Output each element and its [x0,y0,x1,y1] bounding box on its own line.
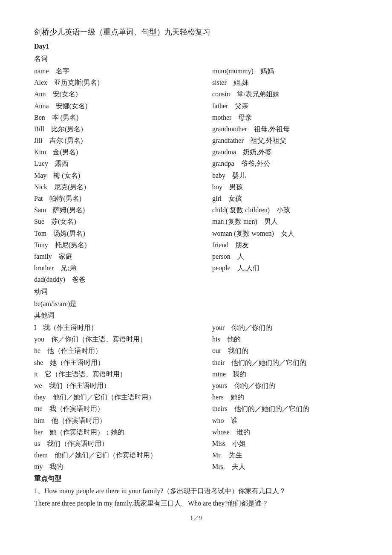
vocab-item: Anna 安娜(女名) [34,100,212,112]
vocab-item: mum(mummy) 妈妈 [212,65,358,77]
vocab-item: friend 朋友 [212,239,358,251]
pronoun-item: Mrs. 夫人 [212,461,358,472]
sentence-item: There are three people in my family.我家里有… [34,497,358,509]
pronoun-item: whose 谁的 [212,426,358,438]
vocab-item: dad(daddy) 爸爸 [34,274,212,285]
vocab-item: Lucy 露西 [34,158,212,169]
pronoun-item: Mr. 先生 [212,449,358,461]
vocab-item: Ann 安(女名) [34,88,212,100]
pronoun-item: who 谁 [212,415,358,426]
pronoun-item: theirs 他们的／她们的／它们的 [212,403,358,414]
vocab-item: grandfather 祖父,外祖父 [212,135,358,146]
pronoun-item: him 他（作宾语时用） [34,415,212,426]
vocab-item: grandma 奶奶,外婆 [212,146,358,158]
vocab-item: Alex 亚历克斯(男名) [34,77,212,88]
vocab-item: grandpa 爷爷,外公 [212,158,358,169]
pronoun-item: yours 你的／你们的 [212,380,358,391]
vocab-item: Sam 萨姆(男名) [34,204,212,216]
vocab-left: name 名字Alex 亚历克斯(男名)Ann 安(女名)Anna 安娜(女名)… [34,65,212,286]
vocab-item: Bill 比尔(男名) [34,123,212,135]
vocab-item: family 家庭 [34,251,212,262]
pronoun-item: it 它（作主语语、宾语时用） [34,368,212,380]
vocab-item: girl 女孩 [212,193,358,204]
vocab-item: Sue 苏(女名) [34,216,212,227]
vocab-item: Kim 金(男名) [34,146,212,158]
pronouns-left: I 我（作主语时用）you 你／你们（你主语、宾语时用）he 他（作主语时用）s… [34,322,212,472]
sentences: 1、How many people are there in your fami… [34,485,358,509]
pronoun-item: her 她（作宾语时用）；她的 [34,426,212,438]
pronoun-item: them 他们／她们／它们（作宾语时用） [34,449,212,461]
pronoun-item: we 我们（作主语时用） [34,380,212,391]
vocab-item: mother 母亲 [212,112,358,123]
vocab-item: people 人,人们 [212,262,358,274]
vocab-item: name 名字 [34,65,212,77]
pronoun-item: mine 我的 [212,368,358,380]
vocab-item: baby 婴儿 [212,170,358,181]
pronoun-item: us 我们（作宾语时用） [34,438,212,449]
vocab-right: mum(mummy) 妈妈sister 姐,妹cousin 堂/表兄弟姐妹fat… [212,65,358,286]
vocab-item: brother 兄;弟 [34,262,212,274]
vocab-section: name 名字Alex 亚历克斯(男名)Ann 安(女名)Anna 安娜(女名)… [34,65,358,286]
section-sentences: 重点句型 [34,473,358,484]
vocab-item: father 父亲 [212,100,358,112]
pronoun-item: their 他们的／她们的／它们的 [212,357,358,368]
day-label: Day1 [34,40,358,52]
page-number: 1／9 [34,513,358,523]
pronoun-item: hers 她的 [212,391,358,403]
pronoun-item: Miss 小姐 [212,438,358,449]
pronoun-item: you 你／你们（你主语、宾语时用） [34,333,212,345]
vocab-item: Tony 托尼(男名) [34,239,212,251]
vocab-item: sister 姐,妹 [212,77,358,88]
pronoun-item: my 我的 [34,461,212,472]
pronoun-item: me 我（作宾语时用） [34,403,212,414]
pronoun-section: I 我（作主语时用）you 你／你们（你主语、宾语时用）he 他（作主语时用）s… [34,322,358,472]
page-title: 剑桥少儿英语一级（重点单词、句型）九天轻松复习 [34,26,358,39]
section-nouns: 名词 [34,53,358,64]
pronoun-item: our 我们的 [212,345,358,356]
pronoun-item: I 我（作主语时用） [34,322,212,333]
pronoun-item: he 他（作主语时用） [34,345,212,356]
vocab-item: person 人 [212,251,358,262]
vocab-item: child( 复数 children) 小孩 [212,204,358,216]
pronouns-right: your 你的／你们的his 他的our 我们的their 他们的／她们的／它们… [212,322,358,472]
vocab-item: Ben 本 (男名) [34,112,212,123]
vocab-item: May 梅 (女名) [34,170,212,181]
vocab-item: Pat 帕特(男名) [34,193,212,204]
vocab-item: boy 男孩 [212,181,358,193]
section-verbs: 动词 [34,286,358,297]
pronoun-item: she 她（作主语时用） [34,357,212,368]
vocab-item: grandmother 祖母,外祖母 [212,123,358,135]
sentence-item: 1、How many people are there in your fami… [34,485,358,497]
vocab-item: Nick 尼克(男名) [34,181,212,193]
verb-line: be(am/is/are)是 [34,298,358,309]
pronoun-item: they 他们／她们／它们（作主语时用） [34,391,212,403]
vocab-item: cousin 堂/表兄弟姐妹 [212,88,358,100]
vocab-item: man (复数 men) 男人 [212,216,358,227]
vocab-item: Tom 汤姆(男名) [34,228,212,239]
vocab-item: Jill 吉尔 (男名) [34,135,212,146]
pronoun-item: his 他的 [212,333,358,345]
vocab-item: woman (复数 women) 女人 [212,228,358,239]
pronoun-item: your 你的／你们的 [212,322,358,333]
section-other: 其他词 [34,309,358,321]
